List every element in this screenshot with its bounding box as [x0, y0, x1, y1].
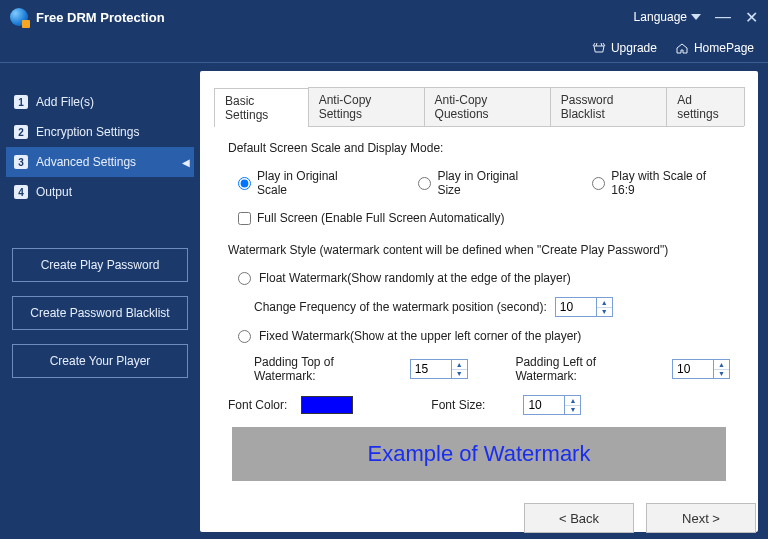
watermark-preview: Example of Watermark — [232, 427, 726, 481]
next-button[interactable]: Next > — [646, 503, 756, 533]
watermark-example-text: Example of Watermark — [368, 441, 591, 467]
radio-float-watermark-input[interactable] — [238, 272, 251, 285]
spinner-up-icon[interactable]: ▲ — [597, 298, 612, 308]
homepage-link[interactable]: HomePage — [675, 41, 754, 55]
sidebar: 1 Add File(s) 2 Encryption Settings 3 Ad… — [0, 71, 200, 539]
app-title: Free DRM Protection — [36, 10, 634, 25]
watermark-section-title: Watermark Style (watermark content will … — [228, 243, 730, 257]
home-icon — [675, 42, 689, 54]
padding-top-label: Padding Top of Watermark: — [254, 355, 396, 383]
tab-anti-copy-questions[interactable]: Anti-Copy Questions — [424, 87, 551, 126]
language-dropdown[interactable]: Language — [634, 10, 701, 24]
font-color-picker[interactable] — [301, 396, 353, 414]
create-play-password-button[interactable]: Create Play Password — [12, 248, 188, 282]
radio-label: Play with Scale of 16:9 — [611, 169, 730, 197]
padding-top-input[interactable] — [411, 360, 451, 378]
spinner-up-icon[interactable]: ▲ — [452, 360, 467, 370]
step-add-files[interactable]: 1 Add File(s) — [6, 87, 194, 117]
font-color-label: Font Color: — [228, 398, 287, 412]
font-size-label: Font Size: — [431, 398, 485, 412]
tab-strip: Basic Settings Anti-Copy Settings Anti-C… — [214, 87, 744, 127]
radio-label: Play in Original Size — [437, 169, 542, 197]
spinner-down-icon[interactable]: ▼ — [714, 370, 729, 379]
spinner-up-icon[interactable]: ▲ — [565, 396, 580, 406]
step-label: Advanced Settings — [36, 155, 136, 169]
padding-left-input[interactable] — [673, 360, 713, 378]
step-output[interactable]: 4 Output — [6, 177, 194, 207]
step-label: Encryption Settings — [36, 125, 139, 139]
change-frequency-input[interactable] — [556, 298, 596, 316]
app-logo-icon — [10, 8, 28, 26]
radio-fixed-watermark-input[interactable] — [238, 330, 251, 343]
language-label: Language — [634, 10, 687, 24]
fullscreen-checkbox-input[interactable] — [238, 212, 251, 225]
homepage-label: HomePage — [694, 41, 754, 55]
step-number: 1 — [14, 95, 28, 109]
basket-icon — [592, 42, 606, 54]
radio-original-size[interactable]: Play in Original Size — [418, 169, 542, 197]
checkbox-label: Full Screen (Enable Full Screen Automati… — [257, 211, 504, 225]
fullscreen-checkbox[interactable]: Full Screen (Enable Full Screen Automati… — [238, 211, 730, 225]
radio-label: Play in Original Scale — [257, 169, 368, 197]
padding-left-spinner[interactable]: ▲▼ — [672, 359, 730, 379]
step-label: Output — [36, 185, 72, 199]
radio-original-size-input[interactable] — [418, 177, 431, 190]
back-button[interactable]: < Back — [524, 503, 634, 533]
spinner-up-icon[interactable]: ▲ — [714, 360, 729, 370]
fixed-watermark-label: Fixed Watermark(Show at the upper left c… — [259, 329, 581, 343]
step-number: 3 — [14, 155, 28, 169]
radio-scale-169[interactable]: Play with Scale of 16:9 — [592, 169, 730, 197]
create-your-player-button[interactable]: Create Your Player — [12, 344, 188, 378]
tab-anti-copy-settings[interactable]: Anti-Copy Settings — [308, 87, 425, 126]
chevron-down-icon — [691, 14, 701, 20]
step-label: Add File(s) — [36, 95, 94, 109]
scale-section-title: Default Screen Scale and Display Mode: — [228, 141, 730, 155]
step-encryption-settings[interactable]: 2 Encryption Settings — [6, 117, 194, 147]
spinner-down-icon[interactable]: ▼ — [597, 308, 612, 317]
font-size-spinner[interactable]: ▲▼ — [523, 395, 581, 415]
close-button[interactable]: ✕ — [745, 8, 758, 27]
top-toolbar: Upgrade HomePage — [0, 34, 768, 62]
title-bar: Free DRM Protection Language — ✕ — [0, 0, 768, 34]
spinner-down-icon[interactable]: ▼ — [565, 406, 580, 415]
change-frequency-spinner[interactable]: ▲▼ — [555, 297, 613, 317]
step-number: 2 — [14, 125, 28, 139]
upgrade-label: Upgrade — [611, 41, 657, 55]
radio-original-scale[interactable]: Play in Original Scale — [238, 169, 368, 197]
radio-scale-169-input[interactable] — [592, 177, 605, 190]
tab-ad-settings[interactable]: Ad settings — [666, 87, 745, 126]
step-advanced-settings[interactable]: 3 Advanced Settings — [6, 147, 194, 177]
upgrade-link[interactable]: Upgrade — [592, 41, 657, 55]
step-number: 4 — [14, 185, 28, 199]
wizard-footer: < Back Next > — [524, 503, 756, 533]
header-divider — [0, 62, 768, 63]
padding-top-spinner[interactable]: ▲▼ — [410, 359, 468, 379]
tab-basic-settings[interactable]: Basic Settings — [214, 88, 309, 127]
main-panel: Basic Settings Anti-Copy Settings Anti-C… — [200, 71, 758, 532]
tab-password-blacklist[interactable]: Password Blacklist — [550, 87, 668, 126]
spinner-down-icon[interactable]: ▼ — [452, 370, 467, 379]
minimize-button[interactable]: — — [715, 8, 731, 26]
change-frequency-label: Change Frequency of the watermark positi… — [254, 300, 547, 314]
font-size-input[interactable] — [524, 396, 564, 414]
float-watermark-label: Float Watermark(Show randomly at the edg… — [259, 271, 571, 285]
tab-content: Default Screen Scale and Display Mode: P… — [214, 127, 744, 520]
radio-original-scale-input[interactable] — [238, 177, 251, 190]
create-password-blacklist-button[interactable]: Create Password Blacklist — [12, 296, 188, 330]
padding-left-label: Padding Left of Watermark: — [515, 355, 658, 383]
